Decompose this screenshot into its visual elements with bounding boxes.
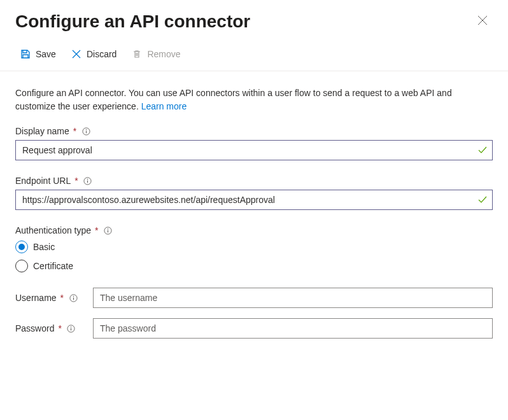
endpoint-url-input-wrapper	[15, 190, 493, 210]
endpoint-url-label-row: Endpoint URL *	[15, 176, 493, 186]
required-indicator: *	[73, 126, 76, 136]
svg-point-1	[86, 129, 87, 129]
info-icon[interactable]	[83, 176, 92, 185]
password-input-wrapper	[93, 318, 493, 339]
save-button[interactable]: Save	[15, 45, 61, 63]
username-input[interactable]	[93, 288, 493, 308]
checkmark-icon	[477, 145, 488, 155]
svg-point-5	[108, 228, 108, 228]
endpoint-url-field: Endpoint URL *	[15, 176, 493, 210]
radio-label-basic: Basic	[33, 242, 55, 252]
save-icon	[20, 49, 31, 59]
close-button[interactable]	[472, 10, 493, 32]
description-text: Configure an API connector. You can use …	[15, 87, 493, 113]
endpoint-url-input[interactable]	[15, 190, 493, 210]
radio-dot	[18, 244, 25, 250]
form-content: Configure an API connector. You can use …	[0, 71, 508, 364]
radio-label-certificate: Certificate	[33, 261, 73, 271]
close-icon	[477, 15, 488, 27]
password-field: Password *	[15, 318, 493, 339]
svg-point-3	[87, 178, 88, 179]
required-indicator: *	[60, 293, 64, 303]
info-icon[interactable]	[69, 293, 78, 302]
radio-indicator	[15, 260, 28, 272]
radio-option-basic[interactable]: Basic	[15, 241, 493, 253]
discard-label: Discard	[87, 49, 116, 59]
display-name-label-row: Display name *	[15, 126, 493, 136]
display-name-label: Display name	[15, 126, 69, 136]
remove-button: Remove	[127, 45, 185, 63]
description-body: Configure an API connector. You can use …	[15, 88, 452, 111]
required-indicator: *	[58, 323, 61, 333]
username-field: Username *	[15, 288, 493, 308]
info-icon[interactable]	[81, 127, 90, 136]
display-name-field: Display name *	[15, 126, 493, 160]
username-label-row: Username *	[15, 293, 85, 303]
password-label: Password	[15, 323, 54, 333]
remove-label: Remove	[147, 49, 180, 59]
save-label: Save	[36, 49, 56, 59]
password-label-row: Password *	[15, 323, 85, 333]
username-input-wrapper	[93, 288, 493, 308]
required-indicator: *	[95, 225, 98, 235]
svg-point-9	[71, 326, 71, 326]
panel-header: Configure an API connector	[0, 0, 508, 38]
svg-point-7	[73, 295, 73, 296]
password-input[interactable]	[93, 318, 493, 339]
auth-type-label: Authentication type	[15, 225, 91, 235]
discard-button[interactable]: Discard	[66, 45, 122, 63]
page-title: Configure an API connector	[15, 11, 250, 32]
display-name-input[interactable]	[15, 140, 493, 160]
display-name-input-wrapper	[15, 140, 493, 160]
learn-more-link[interactable]: Learn more	[141, 101, 187, 111]
info-icon[interactable]	[104, 226, 113, 235]
trash-icon	[132, 49, 142, 59]
endpoint-url-label: Endpoint URL	[15, 176, 71, 186]
info-icon[interactable]	[67, 324, 76, 333]
username-label: Username	[15, 293, 57, 303]
toolbar: Save Discard Remove	[0, 38, 508, 71]
radio-indicator	[15, 241, 28, 253]
auth-type-field: Authentication type * Basic Certificate	[15, 225, 493, 272]
radio-option-certificate[interactable]: Certificate	[15, 260, 493, 272]
auth-type-label-row: Authentication type *	[15, 225, 493, 235]
discard-icon	[71, 49, 81, 59]
required-indicator: *	[74, 176, 78, 186]
checkmark-icon	[477, 195, 488, 205]
auth-type-radio-group: Basic Certificate	[15, 241, 493, 272]
